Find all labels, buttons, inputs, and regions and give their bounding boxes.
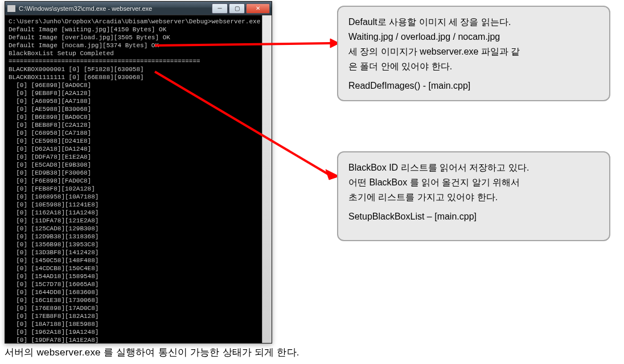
- callout-line: 세 장의 이미지가 webserver.exe 파일과 같: [348, 44, 599, 59]
- callout-line: 어떤 BlackBox 를 읽어 올건지 알기 위해서: [348, 175, 599, 190]
- close-button[interactable]: ✕: [246, 3, 270, 14]
- callout-line: Waiting.jpg / overload.jpg / nocam.jpg: [348, 30, 599, 44]
- arrow-icon: [154, 68, 342, 182]
- callout-line: Default로 사용할 이미지 세 장을 읽는다.: [348, 15, 599, 30]
- callout-line: 초기에 리스트를 가지고 있어야 한다.: [348, 190, 599, 205]
- window-title: C:\Windows\system32\cmd.exe - webserver.…: [19, 5, 211, 12]
- callout-line: ReadDefImages() - [main.cpp]: [348, 78, 599, 93]
- cmd-icon: [7, 5, 15, 12]
- callout-line: SetupBlackBoxList – [main.cpp]: [348, 209, 599, 224]
- callout-blackbox-list: BlackBox ID 리스트를 읽어서 저장하고 있다. 어떤 BlackBo…: [337, 151, 610, 241]
- page-caption: 서버의 webserver.exe 를 실행하여 통신이 가능한 상태가 되게 …: [5, 346, 299, 359]
- window-buttons: ─ ▢ ✕: [211, 3, 270, 14]
- callout-line: 은 폴더 안에 있어야 한다.: [348, 59, 599, 74]
- callout-default-images: Default로 사용할 이미지 세 장을 읽는다. Waiting.jpg /…: [337, 6, 610, 101]
- maximize-button[interactable]: ▢: [229, 3, 245, 14]
- minimize-button[interactable]: ─: [212, 3, 228, 14]
- svg-line-2: [155, 72, 328, 174]
- callout-line: BlackBox ID 리스트를 읽어서 저장하고 있다.: [348, 160, 599, 175]
- arrow-icon: [154, 23, 342, 63]
- svg-line-0: [155, 43, 330, 46]
- titlebar: C:\Windows\system32\cmd.exe - webserver.…: [5, 2, 272, 15]
